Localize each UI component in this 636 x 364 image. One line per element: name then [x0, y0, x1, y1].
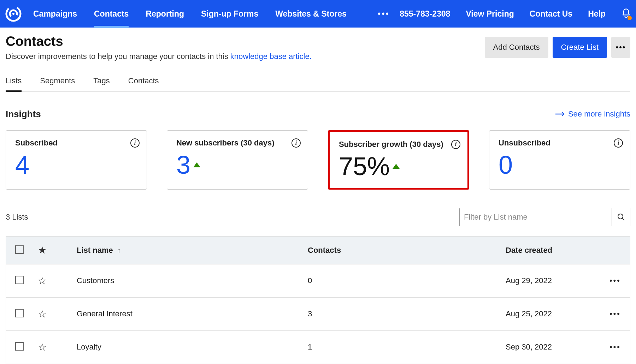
- col-date-created[interactable]: Date created: [506, 246, 597, 255]
- notifications-button[interactable]: [621, 8, 631, 19]
- svg-point-3: [618, 214, 623, 219]
- notification-dot: [628, 16, 632, 20]
- see-more-insights-link[interactable]: See more insights: [555, 109, 630, 119]
- list-name[interactable]: General Interest: [77, 309, 308, 318]
- filter-search-button[interactable]: [612, 208, 630, 226]
- nav-contacts[interactable]: Contacts: [94, 9, 129, 19]
- header-more-button[interactable]: •••: [611, 37, 630, 58]
- top-nav: Campaigns Contacts Reporting Sign-up For…: [0, 0, 636, 28]
- add-contacts-button[interactable]: Add Contacts: [485, 37, 548, 58]
- col-contacts[interactable]: Contacts: [308, 246, 506, 255]
- svg-point-2: [12, 13, 14, 15]
- nav-left: Campaigns Contacts Reporting Sign-up For…: [33, 9, 390, 19]
- nav-more-icon[interactable]: •••: [378, 9, 390, 19]
- list-name[interactable]: Customers: [77, 276, 308, 285]
- card-unsubscribed: Unsubscribed i 0: [489, 130, 630, 190]
- info-icon[interactable]: i: [292, 138, 301, 148]
- info-icon[interactable]: i: [614, 138, 623, 148]
- card-title: New subscribers (30 days): [176, 138, 299, 148]
- sort-asc-icon: ↑: [117, 246, 121, 255]
- col-list-name[interactable]: List name↑: [77, 246, 308, 255]
- create-list-button[interactable]: Create List: [553, 37, 607, 58]
- contacts-tabs: Lists Segments Tags Contacts: [6, 76, 630, 92]
- row-actions-button[interactable]: •••: [610, 342, 621, 351]
- card-new-subscribers: New subscribers (30 days) i 3: [167, 130, 308, 190]
- table-row: ☆ General Interest 3 Aug 25, 2022 •••: [6, 297, 630, 330]
- arrow-right-icon: [555, 111, 565, 117]
- tab-segments[interactable]: Segments: [40, 76, 75, 91]
- favorite-toggle[interactable]: ☆: [38, 342, 47, 353]
- page-header: Contacts Discover improvements to help y…: [6, 34, 630, 62]
- card-subscriber-growth: Subscriber growth (30 days) i 75%: [328, 130, 469, 190]
- lists-table: ★ List name↑ Contacts Date created ☆ Cus…: [6, 236, 630, 364]
- card-title: Subscribed: [15, 138, 137, 148]
- row-actions-button[interactable]: •••: [610, 276, 621, 285]
- lists-count: 3 Lists: [6, 213, 459, 222]
- page-title: Contacts: [6, 34, 485, 49]
- nav-contact-us[interactable]: Contact Us: [530, 9, 572, 19]
- row-checkbox[interactable]: [15, 309, 24, 317]
- list-contacts: 0: [308, 276, 506, 285]
- row-actions-button[interactable]: •••: [610, 309, 621, 318]
- list-date-created: Sep 30, 2022: [506, 342, 597, 352]
- card-subscribed: Subscribed i 4: [6, 130, 147, 190]
- info-icon[interactable]: i: [130, 138, 140, 148]
- knowledge-base-link[interactable]: knowledge base article.: [230, 52, 312, 61]
- list-contacts: 1: [308, 342, 506, 352]
- nav-right: 855-783-2308 View Pricing Contact Us Hel…: [400, 8, 631, 19]
- list-date-created: Aug 29, 2022: [506, 276, 597, 285]
- table-header: ★ List name↑ Contacts Date created: [6, 237, 630, 264]
- nav-websites-stores[interactable]: Websites & Stores: [275, 9, 347, 19]
- trend-up-icon: [193, 162, 200, 167]
- favorite-toggle[interactable]: ☆: [38, 275, 47, 286]
- select-all-checkbox[interactable]: [15, 245, 24, 254]
- table-row: ☆ Customers 0 Aug 29, 2022 •••: [6, 264, 630, 297]
- tab-tags[interactable]: Tags: [93, 76, 110, 91]
- favorite-toggle[interactable]: ☆: [38, 309, 47, 320]
- nav-reporting[interactable]: Reporting: [146, 9, 184, 19]
- lists-header: 3 Lists: [6, 208, 630, 226]
- tab-lists[interactable]: Lists: [6, 76, 22, 92]
- insights-cards: Subscribed i 4 New subscribers (30 days)…: [6, 130, 630, 190]
- list-contacts: 3: [308, 309, 506, 318]
- card-title: Subscriber growth (30 days): [339, 140, 458, 149]
- nav-help[interactable]: Help: [588, 9, 606, 19]
- filter-list-input[interactable]: [459, 208, 612, 226]
- list-date-created: Aug 25, 2022: [506, 309, 597, 318]
- page-subtitle: Discover improvements to help you manage…: [6, 51, 485, 62]
- list-name[interactable]: Loyalty: [77, 342, 308, 352]
- card-value: 75%: [339, 152, 458, 181]
- nav-campaigns[interactable]: Campaigns: [33, 9, 77, 19]
- star-header-icon: ★: [38, 245, 47, 256]
- nav-signup-forms[interactable]: Sign-up Forms: [201, 9, 258, 19]
- tab-contacts[interactable]: Contacts: [128, 76, 159, 91]
- nav-view-pricing[interactable]: View Pricing: [466, 9, 514, 19]
- insights-header: Insights See more insights: [6, 109, 630, 120]
- insights-heading: Insights: [6, 109, 555, 120]
- table-row: ☆ Loyalty 1 Sep 30, 2022 •••: [6, 330, 630, 364]
- nav-phone[interactable]: 855-783-2308: [400, 9, 450, 19]
- info-icon[interactable]: i: [451, 140, 460, 149]
- card-value: 0: [499, 150, 621, 179]
- card-value: 3: [176, 150, 299, 179]
- brand-logo[interactable]: [5, 5, 22, 22]
- trend-up-icon: [393, 164, 400, 169]
- card-value: 4: [15, 150, 137, 179]
- row-checkbox[interactable]: [15, 342, 24, 351]
- card-title: Unsubscribed: [499, 138, 621, 148]
- row-checkbox[interactable]: [15, 276, 24, 284]
- search-icon: [617, 213, 625, 221]
